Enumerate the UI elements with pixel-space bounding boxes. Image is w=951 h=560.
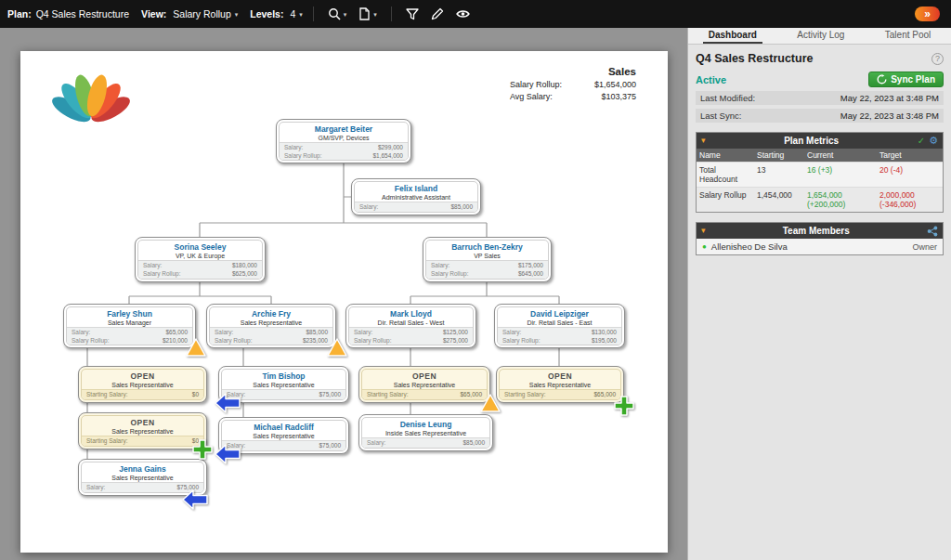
org-node-archie-fry[interactable]: Archie Fry Sales Representative Salary:$… [206,304,336,348]
summary-avg-value: $103,375 [601,91,636,103]
check-icon[interactable]: ✓ [918,137,925,146]
org-node-open-1[interactable]: OPEN Sales Representative Starting Salar… [78,366,207,403]
sidebar: Dashboard Activity Log Talent Pool Q4 Sa… [687,28,951,560]
zoom-dropdown[interactable]: ▾ [324,7,351,20]
field-label: Salary Rollup: [354,337,391,345]
field-label: Salary: [143,262,162,270]
node-title: Sales Representative [222,432,345,440]
node-title: Sales Representative [82,474,203,482]
org-node-felix-island[interactable]: Felix Island Administrative Assistant Sa… [351,178,481,215]
metric-name: Salary Rollup [697,188,754,212]
node-fields: Salary:$125,000 Salary Rollup:$275,000 [349,327,473,345]
field-label: Salary: [354,329,372,337]
node-name: OPEN [500,371,620,381]
field-label: Salary Rollup: [143,270,180,279]
chevron-down-icon: ▾ [235,11,239,18]
node-card: Sorina Seeley VP, UK & Europe Salary:$18… [137,240,263,280]
field-label: Salary: [86,484,105,492]
org-node-denise-leung[interactable]: Denise Leung Inside Sales Representative… [358,414,493,451]
team-member-row[interactable]: ● Allenisheo De Silva Owner [697,239,943,254]
company-logo-lotus-icon [48,64,134,144]
field-value: $235,000 [303,337,328,345]
node-title: GM/SVP, Devices [280,134,408,142]
node-fields: Salary:$85,000 [355,202,477,213]
collapse-chevron-icon[interactable]: ▾ [701,227,706,235]
toolbar-separator [391,7,392,21]
view-label: View: [141,8,166,20]
visibility-button[interactable] [452,7,474,20]
last-modified-row: Last Modified: May 22, 2023 at 3:48 PM [696,91,944,105]
node-card: OPEN Sales Representative Starting Salar… [499,369,621,400]
field-label: Salary: [367,439,385,448]
org-node-farley-shun[interactable]: Farley Shun Sales Manager Salary:$65,000… [63,304,196,348]
tab-activity-log[interactable]: Activity Log [791,28,850,44]
field-value: $625,000 [232,270,257,279]
node-card: Felix Island Administrative Assistant Sa… [354,181,478,213]
node-title: Sales Representative [500,381,620,389]
dashboard-panel: Q4 Sales Restructure ? Active Sync Plan … [688,45,951,255]
sidebar-tabs: Dashboard Activity Log Talent Pool [688,28,951,45]
filter-button[interactable] [402,7,423,20]
field-value: $210,000 [163,337,188,345]
last-modified-label: Last Modified: [700,93,755,103]
sync-plan-button[interactable]: Sync Plan [868,72,944,87]
node-title: Dir. Retail Sales - West [349,319,473,327]
levels-value: 4 [290,8,295,20]
page-dropdown[interactable]: ▾ [355,7,381,20]
summary-title: Sales [510,66,636,77]
plan-title: Q4 Sales Restructure [696,52,813,65]
node-fields: Salary:$85,000 [362,437,489,449]
field-label: Salary: [359,203,378,212]
org-node-mark-lloyd[interactable]: Mark Lloyd Dir. Retail Sales - West Sala… [345,304,476,348]
refresh-icon [877,74,887,85]
field-label: Salary: [284,144,303,152]
node-title: VP, UK & Europe [138,252,262,260]
node-card: Barruch Ben-Zekry VP Sales Salary:$175,0… [425,240,549,280]
org-node-open-2[interactable]: OPEN Sales Representative Starting Salar… [78,412,207,449]
field-label: Salary: [502,329,521,337]
node-fields: Starting Salary:$65,000 [362,389,487,400]
org-node-david-leipziger[interactable]: David Leipziger Dir. Retail Sales - East… [494,304,625,348]
org-node-open-david[interactable]: OPEN Sales Representative Starting Salar… [496,366,624,403]
team-members-title: Team Members [710,226,923,236]
edit-button[interactable] [427,7,448,20]
node-card: Archie Fry Sales Representative Salary:$… [209,306,333,345]
plan-metrics-panel: ▾ Plan Metrics ✓ ⚙ Name Starting Current… [696,132,944,213]
metric-starting: 1,454,000 [754,188,804,212]
collapse-chevron-icon[interactable]: ▾ [701,137,706,145]
org-node-sorina-seeley[interactable]: Sorina Seeley VP, UK & Europe Salary:$18… [135,237,266,282]
warning-badge-icon [186,337,206,358]
tab-dashboard[interactable]: Dashboard [703,28,762,44]
org-node-barruch-ben-zekry[interactable]: Barruch Ben-Zekry VP Sales Salary:$175,0… [423,237,552,282]
warning-badge-icon [480,393,501,413]
summary-avg-label: Avg Salary: [510,91,553,103]
collapse-sidebar-button[interactable]: » [915,7,940,21]
levels-dropdown[interactable]: 4 ▾ [290,8,302,20]
warning-badge-icon [327,337,347,358]
org-chart-canvas[interactable]: Sales Salary Rollup: $1,654,000 Avg Sala… [0,28,687,560]
metric-name: Total Headcount [697,163,754,187]
field-label: Salary: [431,262,449,270]
node-card: Margaret Beiter GM/SVP, Devices Salary:$… [279,122,409,161]
share-icon[interactable] [927,226,938,237]
help-icon[interactable]: ? [931,53,944,65]
field-value: $1,654,000 [372,152,403,161]
selection-summary: Sales Salary Rollup: $1,654,000 Avg Sala… [510,66,636,103]
gear-icon[interactable]: ⚙ [929,136,938,146]
node-title: Sales Representative [362,381,487,389]
team-members-header: ▾ Team Members [697,223,943,239]
move-badge-icon [215,393,241,413]
plan-label: Plan: [7,8,32,20]
org-node-open-mark[interactable]: OPEN Sales Representative Starting Salar… [358,366,490,403]
node-name: OPEN [82,371,203,381]
tab-talent-pool[interactable]: Talent Pool [879,28,936,44]
org-chart-page: Sales Salary Rollup: $1,654,000 Avg Sala… [20,51,668,553]
org-node-margaret-beiter[interactable]: Margaret Beiter GM/SVP, Devices Salary:$… [276,119,411,163]
view-dropdown[interactable]: Salary Rollup ▾ [173,8,238,20]
node-card: Mark Lloyd Dir. Retail Sales - West Sala… [348,306,474,345]
node-title: Sales Representative [210,319,332,327]
node-fields: Salary:$299,000 Salary Rollup:$1,654,000 [280,142,408,161]
field-label: Salary Rollup: [284,152,321,161]
node-card: Denise Leung Inside Sales Representative… [361,417,490,449]
chevron-down-icon: ▾ [299,11,303,18]
